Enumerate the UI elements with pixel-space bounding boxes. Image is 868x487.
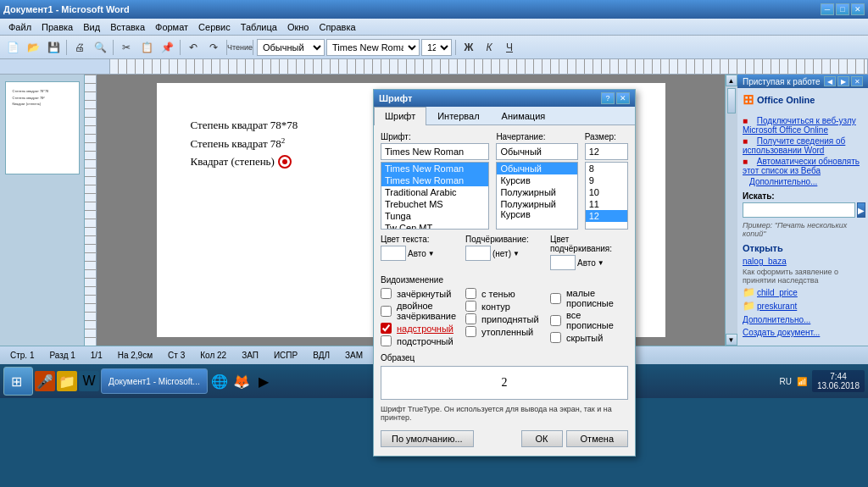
effect-engrave-checkbox[interactable]: [465, 326, 476, 337]
scroll-down-button[interactable]: ▼: [726, 334, 737, 346]
taskbar-icon-folder[interactable]: 📁: [57, 371, 77, 391]
font-item-0[interactable]: Times New Roman: [381, 163, 488, 174]
style-item-1[interactable]: Курсив: [497, 174, 576, 186]
effect-hidden-checkbox[interactable]: [550, 332, 561, 343]
close-button[interactable]: ✕: [851, 3, 865, 15]
menu-file[interactable]: Файл: [3, 20, 36, 34]
bold-button[interactable]: Ж: [459, 38, 478, 57]
vertical-scrollbar[interactable]: ▲ ▼: [725, 75, 737, 346]
link-more[interactable]: Дополнительно...: [743, 177, 863, 186]
menu-edit[interactable]: Правка: [36, 20, 78, 34]
text-color-select[interactable]: Авто ▼: [381, 246, 459, 261]
ok-button[interactable]: ОК: [521, 430, 563, 447]
effect-outline-checkbox[interactable]: [465, 301, 476, 312]
font-item-1[interactable]: Times New Roman: [381, 174, 488, 186]
cut-button[interactable]: ✂: [117, 38, 136, 57]
size-item-3[interactable]: 11: [586, 198, 627, 210]
size-input[interactable]: [585, 143, 628, 160]
scroll-thumb[interactable]: [727, 88, 736, 113]
preview-button[interactable]: 🔍: [91, 38, 109, 57]
font-item-3[interactable]: Trebuchet MS: [381, 198, 488, 210]
start-button[interactable]: ⊞: [3, 367, 33, 396]
menu-window[interactable]: Окно: [282, 20, 314, 34]
link-info[interactable]: Получите сведения об использовании Word: [743, 136, 845, 155]
menu-table[interactable]: Таблица: [236, 20, 282, 34]
text-color-arrow[interactable]: ▼: [428, 250, 435, 257]
copy-button[interactable]: 📋: [137, 38, 156, 57]
size-item-1[interactable]: 9: [586, 174, 627, 186]
panel-forward-button[interactable]: ▶: [837, 76, 849, 86]
size-item-0[interactable]: 8: [586, 163, 627, 174]
font-list[interactable]: Times New Roman Times New Roman Traditio…: [381, 162, 489, 230]
style-list[interactable]: Обычный Курсив Полужирный Полужирный Кур…: [496, 162, 577, 230]
paste-button[interactable]: 📌: [158, 38, 176, 57]
taskbar-icon-chrome[interactable]: 🌐: [209, 371, 230, 391]
undo-button[interactable]: ↶: [184, 38, 203, 57]
search-input[interactable]: [743, 202, 855, 218]
dialog-help-button[interactable]: ?: [601, 92, 615, 104]
effect-strikethrough-checkbox[interactable]: [381, 288, 392, 299]
new-button[interactable]: 📄: [3, 38, 22, 57]
taskbar-icon-media[interactable]: ▶: [253, 371, 274, 391]
style-item-0[interactable]: Обычный: [497, 163, 576, 174]
link-update[interactable]: Автоматически обновлять этот список из В…: [743, 157, 860, 175]
underline-button[interactable]: Ч: [500, 38, 519, 57]
size-item-2[interactable]: 10: [586, 186, 627, 198]
open-link-desc[interactable]: Как оформить заявление о принятии наслед…: [743, 268, 863, 285]
size-select[interactable]: 12: [421, 39, 452, 56]
font-item-4[interactable]: Tunga: [381, 210, 488, 222]
redo-button[interactable]: ↷: [204, 38, 223, 57]
scroll-up-button[interactable]: ▲: [726, 75, 737, 86]
effect-shadow-checkbox[interactable]: [465, 288, 476, 299]
font-select[interactable]: Times New Roman: [326, 39, 420, 56]
scroll-track[interactable]: [726, 86, 737, 334]
tab-animation[interactable]: Анимация: [491, 107, 557, 125]
open-link-child[interactable]: child_price: [757, 288, 798, 297]
print-button[interactable]: 🖨: [70, 38, 89, 57]
tab-font[interactable]: Шрифт: [374, 107, 426, 125]
font-item-2[interactable]: Traditional Arabic: [381, 186, 488, 198]
reading-button[interactable]: Чтение: [231, 38, 249, 57]
default-button[interactable]: По умолчанию...: [381, 430, 474, 447]
panel-back-button[interactable]: ◀: [824, 76, 836, 86]
circle-icon[interactable]: [278, 155, 292, 169]
style-input[interactable]: [496, 143, 577, 160]
create-document-link[interactable]: Создать документ...: [743, 328, 863, 337]
underline-arrow[interactable]: ▼: [513, 250, 520, 257]
open-link-presk[interactable]: preskurant: [757, 302, 797, 311]
style-item-3[interactable]: Полужирный Курсив: [497, 198, 576, 220]
font-dialog[interactable]: Шрифт ? ✕ Шрифт Интервал Анимация Шрифт:…: [373, 89, 636, 457]
size-item-4[interactable]: 12: [586, 210, 627, 222]
font-item-5[interactable]: Tw Cen MT: [381, 222, 488, 230]
style-select[interactable]: Обычный: [257, 39, 325, 56]
effect-double-strikethrough-checkbox[interactable]: [381, 306, 392, 317]
effect-small-caps-checkbox[interactable]: [550, 293, 561, 304]
tab-interval[interactable]: Интервал: [426, 107, 490, 125]
size-list[interactable]: 8 9 10 11 12: [585, 162, 628, 230]
taskbar-icon-mic[interactable]: 🎤: [35, 371, 55, 391]
search-go-button[interactable]: ▶: [857, 202, 865, 218]
underline-color-arrow[interactable]: ▼: [598, 259, 604, 267]
taskbar-word-btn[interactable]: Документ1 - Microsoft...: [101, 368, 208, 394]
maximize-button[interactable]: □: [836, 3, 849, 15]
effect-subscript-checkbox[interactable]: [381, 335, 392, 346]
font-input[interactable]: [381, 143, 489, 160]
more-link[interactable]: Дополнительно...: [743, 315, 863, 324]
menu-format[interactable]: Формат: [150, 20, 193, 34]
effect-superscript-checkbox[interactable]: [381, 323, 392, 334]
underline-color-select[interactable]: Авто ▼: [550, 255, 628, 270]
menu-tools[interactable]: Сервис: [193, 20, 236, 34]
dialog-close-button[interactable]: ✕: [616, 92, 630, 104]
panel-close-button[interactable]: ✕: [851, 76, 863, 86]
style-item-2[interactable]: Полужирный: [497, 186, 576, 198]
minimize-button[interactable]: ─: [821, 3, 834, 15]
taskbar-icon-firefox[interactable]: 🦊: [231, 371, 252, 391]
cancel-button[interactable]: Отмена: [566, 430, 628, 447]
link-connect[interactable]: Подключиться к веб-узлу Microsoft Office…: [743, 116, 856, 135]
taskbar-icon-word[interactable]: W: [79, 371, 99, 391]
underline-select[interactable]: (нет) ▼: [465, 246, 543, 261]
open-button[interactable]: 📂: [24, 38, 42, 57]
italic-button[interactable]: К: [480, 38, 498, 57]
open-link-nalog[interactable]: nalog_baza: [743, 257, 863, 266]
effect-emboss-checkbox[interactable]: [465, 313, 476, 324]
